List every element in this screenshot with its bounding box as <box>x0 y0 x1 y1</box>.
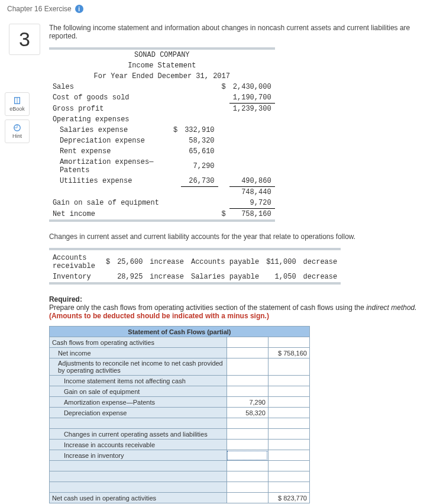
rent-value: 65,610 <box>181 146 218 157</box>
scf-net-cash-val[interactable]: $ 823,770 <box>268 493 309 503</box>
page-header: Chapter 16 Exercise i <box>0 0 427 18</box>
amort-value: 7,290 <box>181 157 218 176</box>
scf-dep[interactable]: Depreciation expense <box>49 408 227 418</box>
info-icon[interactable]: i <box>75 5 83 13</box>
hint-icon <box>13 124 21 132</box>
currency-symbol: $ <box>218 82 229 92</box>
inv-value: 28,925 <box>114 272 146 283</box>
sales-value: 2,430,000 <box>229 82 275 92</box>
required-head: Required: <box>49 295 82 303</box>
scf-active-input[interactable] <box>227 450 268 461</box>
sp-label: Salaries payable <box>187 272 263 283</box>
gain-value: 9,720 <box>229 198 275 209</box>
scf-dep-val[interactable]: 58,320 <box>227 408 268 418</box>
ar-label: Accounts receivable <box>49 253 102 272</box>
scf-net-income[interactable]: Net income <box>49 348 227 358</box>
header-title: Chapter 16 Exercise <box>7 5 72 13</box>
subtotal-value: 748,440 <box>229 187 275 198</box>
hint-button[interactable]: Hint <box>5 119 30 143</box>
statement-title: Income Statement <box>49 60 275 71</box>
salaries-label: Salaries expense <box>49 125 163 135</box>
ni-value: 758,160 <box>229 209 275 221</box>
depreciation-value: 58,320 <box>181 135 218 146</box>
depreciation-label: Depreciation expense <box>49 135 163 146</box>
scf-amort-val[interactable]: 7,290 <box>227 397 268 408</box>
scf-ar[interactable]: Increase in accounts receivable <box>49 440 227 450</box>
sidebar: eBook Hint <box>5 92 30 143</box>
salaries-value: 332,910 <box>181 125 218 135</box>
required-warning: (Amounts to be deducted should be indica… <box>49 312 269 320</box>
gain-label: Gain on sale of equipment <box>49 198 163 209</box>
scf-noncash[interactable]: Income statement items not affecting cas… <box>49 376 227 386</box>
sales-label: Sales <box>49 82 163 92</box>
amort-label: Amortization expenses—Patents <box>49 157 163 176</box>
ap-label: Accounts payable <box>187 253 263 272</box>
scf-adjustments[interactable]: Adjustments to reconcile net income to n… <box>49 358 227 376</box>
intro-text: The following income statement and infor… <box>49 24 418 40</box>
cogs-label: Cost of goods sold <box>49 92 163 104</box>
utilities-label: Utilities expense <box>49 176 163 187</box>
required-body: Prepare only the cash flows from operati… <box>49 303 366 312</box>
scf-gain[interactable]: Gain on sale of equipment <box>49 386 227 397</box>
ebook-button[interactable]: eBook <box>5 92 30 116</box>
company-name: SONAD COMPANY <box>49 49 275 60</box>
changes-intro: Changes in current asset and current lia… <box>49 232 418 241</box>
scf-row1[interactable]: Cash flows from operating activities <box>49 337 227 348</box>
question-number: 3 <box>9 24 40 55</box>
required-method: indirect method. <box>366 303 416 312</box>
gp-label: Gross profit <box>49 104 163 115</box>
ar-value: 25,600 <box>114 253 146 272</box>
scf-changes[interactable]: Changes in current operating assets and … <box>49 429 227 440</box>
statement-period: For Year Ended December 31, 2017 <box>49 71 275 82</box>
opex-label: Operating expenses <box>49 114 163 125</box>
inv-direction: increase <box>146 272 187 283</box>
sp-direction: decrease <box>300 272 341 283</box>
scf-inv[interactable]: Increase in inventory <box>49 450 227 461</box>
scf-title: Statement of Cash Flows (partial) <box>49 327 309 337</box>
cash-flow-statement: Statement of Cash Flows (partial) Cash f… <box>49 326 310 503</box>
inv-label: Inventory <box>49 272 102 283</box>
utilities-value: 26,730 <box>181 176 218 187</box>
scf-amort[interactable]: Amortization expense—Patents <box>49 397 227 408</box>
sp-value: 1,050 <box>263 272 299 283</box>
ap-direction: decrease <box>300 253 341 272</box>
gp-value: 1,239,300 <box>229 104 275 115</box>
opex-total: 490,860 <box>229 176 275 187</box>
ni-label: Net income <box>49 209 163 221</box>
ar-direction: increase <box>146 253 187 272</box>
income-statement-table: SONAD COMPANY Income Statement For Year … <box>49 47 275 224</box>
scf-net-cash[interactable]: Net cash used in operating activities <box>49 493 227 503</box>
changes-table: Accounts receivable $ 25,600 increase Ac… <box>49 248 341 287</box>
rent-label: Rent expense <box>49 146 163 157</box>
ap-value: $11,000 <box>263 253 299 272</box>
scf-net-income-val[interactable]: $ 758,160 <box>268 348 309 358</box>
book-icon <box>13 96 21 105</box>
required-section: Required: Prepare only the cash flows fr… <box>49 295 418 320</box>
cogs-value: 1,190,700 <box>229 92 275 104</box>
